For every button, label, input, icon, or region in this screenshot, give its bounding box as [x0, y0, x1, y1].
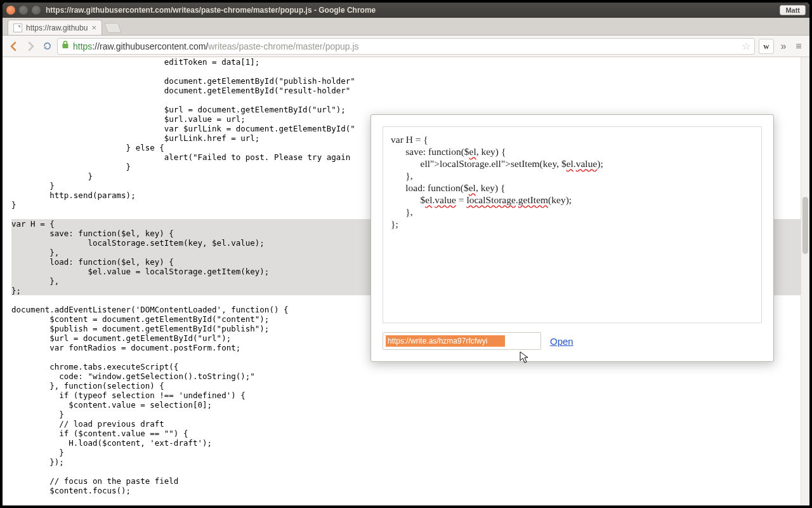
extension-writeas-button[interactable]: w: [759, 39, 774, 54]
reload-button[interactable]: [41, 40, 53, 53]
back-button[interactable]: [8, 40, 20, 53]
tab-close-icon[interactable]: ×: [91, 23, 96, 32]
svg-rect-0: [63, 44, 69, 48]
scrollbar-thumb[interactable]: [802, 197, 808, 254]
toolbar: https://raw.githubusercontent.com/writea…: [3, 36, 809, 57]
result-url-text: https://write.as/hzma97rfcfwyi: [386, 335, 505, 347]
bookmark-star-icon[interactable]: ☆: [742, 40, 750, 52]
vertical-scrollbar[interactable]: [801, 57, 809, 505]
lock-icon: [62, 41, 69, 51]
address-bar[interactable]: https://raw.githubusercontent.com/writea…: [57, 38, 755, 55]
new-tab-button[interactable]: [104, 23, 122, 33]
window-maximize-icon[interactable]: [32, 6, 41, 15]
window-titlebar: https://raw.githubusercontent.com/writea…: [3, 3, 809, 18]
window-minimize-icon[interactable]: [19, 6, 28, 15]
chrome-menu-icon[interactable]: ≡: [793, 41, 804, 52]
window-title: https://raw.githubusercontent.com/writea…: [46, 6, 780, 15]
tab-active[interactable]: https://raw.githubu ×: [8, 20, 102, 35]
open-link[interactable]: Open: [550, 336, 573, 347]
forward-button: [24, 40, 37, 53]
extensions-overflow-icon[interactable]: »: [778, 41, 789, 52]
window-close-icon[interactable]: [6, 6, 15, 15]
url-text: https://raw.githubusercontent.com/writea…: [73, 41, 738, 51]
user-badge[interactable]: Matt: [780, 5, 806, 15]
extension-popup: var H = { save: function($el, key) { ell…: [370, 114, 774, 362]
result-url-field[interactable]: https://write.as/hzma97rfcfwyi: [383, 332, 541, 350]
page-favicon-icon: [13, 23, 22, 32]
paste-editor[interactable]: var H = { save: function($el, key) { ell…: [383, 126, 762, 323]
tab-strip: https://raw.githubu ×: [3, 18, 809, 36]
tab-title: https://raw.githubu: [26, 23, 88, 32]
